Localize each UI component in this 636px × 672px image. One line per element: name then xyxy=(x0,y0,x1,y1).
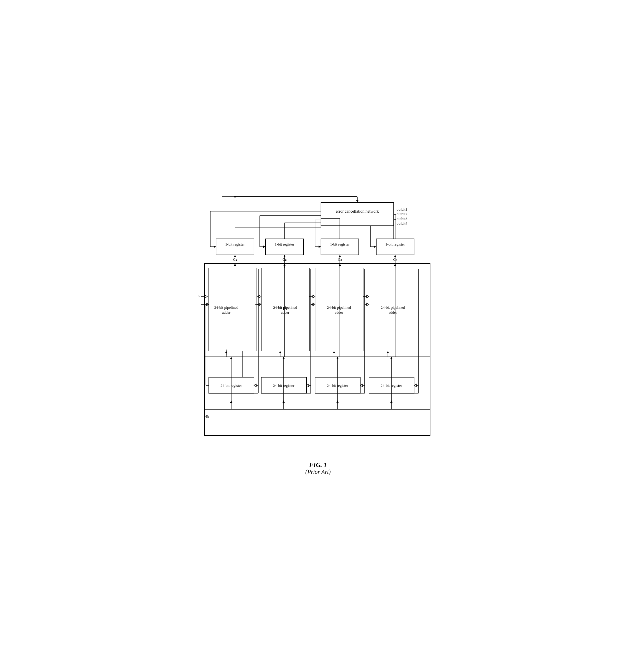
figure-title: FIG. 1 xyxy=(199,461,437,469)
svg-marker-19 xyxy=(374,245,376,248)
reg1bit-3-label: 1-bit register xyxy=(330,242,350,246)
reg1bit-1-label: 1-bit register xyxy=(225,242,245,246)
svg-marker-17 xyxy=(319,245,321,248)
adder2-label: 24-bit pipelined xyxy=(273,305,297,310)
svg-rect-11 xyxy=(376,239,414,255)
figure-caption: FIG. 1 (Prior Art) xyxy=(199,461,437,475)
k-label: K xyxy=(199,294,200,298)
outbit2-label: outbit2 xyxy=(397,212,408,216)
adder3-label2: adder xyxy=(335,310,344,315)
adder4-label2: adder xyxy=(389,310,397,315)
outbit1-label: outbit1 xyxy=(397,207,408,212)
adder4-label: 24-bit pipelined xyxy=(381,305,405,310)
circuit-diagram: error cancellation network outbit1 outbi… xyxy=(199,194,437,456)
reg1bit-4-label: 1-bit register xyxy=(385,242,405,246)
adder2-label2: adder xyxy=(281,310,290,315)
outbit4-label: outbit4 xyxy=(397,221,408,225)
svg-marker-32 xyxy=(283,255,286,257)
svg-marker-34 xyxy=(339,255,341,257)
svg-rect-10 xyxy=(321,239,359,255)
svg-rect-8 xyxy=(216,239,254,255)
svg-marker-6 xyxy=(356,200,358,202)
clk-label: clk xyxy=(204,415,209,419)
svg-marker-30 xyxy=(234,255,236,257)
outbit3-label: outbit3 xyxy=(397,216,408,221)
svg-marker-36 xyxy=(394,255,396,257)
svg-marker-15 xyxy=(263,245,265,248)
svg-rect-0 xyxy=(321,202,394,226)
svg-rect-9 xyxy=(265,239,303,255)
diagram-area: error cancellation network outbit1 outbi… xyxy=(199,194,437,456)
figure-subtitle: (Prior Art) xyxy=(199,469,437,475)
adder1-label2: adder xyxy=(222,310,231,315)
reg1bit-2-label: 1-bit register xyxy=(275,242,294,246)
ecn-label: error cancellation network xyxy=(336,209,379,214)
adder3-label: 24-bit pipelined xyxy=(327,305,351,310)
svg-marker-13 xyxy=(214,245,216,248)
page-container: error cancellation network outbit1 outbi… xyxy=(187,185,449,487)
